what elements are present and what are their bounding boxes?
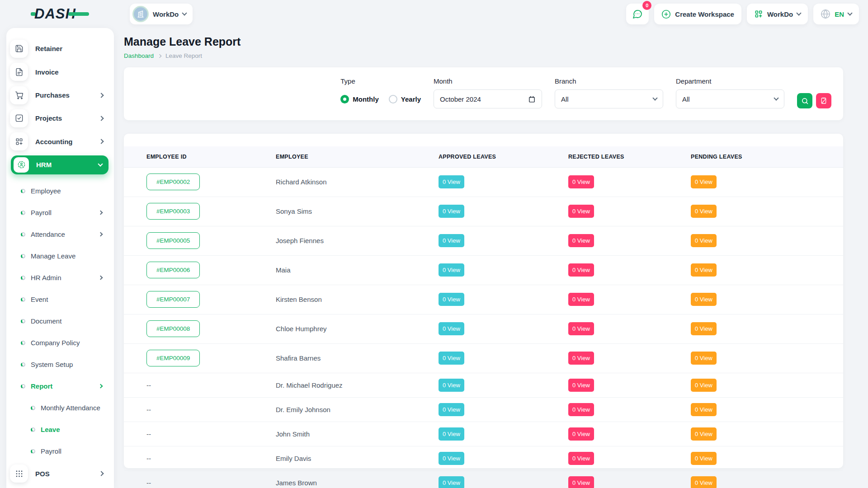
rejected-leaves-badge[interactable]: 0 View	[568, 403, 594, 416]
submenu-bullet-icon	[21, 384, 25, 389]
rejected-leaves-badge[interactable]: 0 View	[568, 293, 594, 306]
sidebar-subitem-company-policy[interactable]: Company Policy	[10, 332, 109, 354]
employee-id-cell: --	[124, 446, 271, 470]
sidebar-subitem-label: HR Admin	[31, 274, 61, 282]
approved-leaves-badge[interactable]: 0 View	[439, 234, 464, 247]
employee-id-badge[interactable]: #EMP00002	[146, 174, 200, 190]
rejected-leaves-badge[interactable]: 0 View	[568, 452, 594, 465]
sidebar-item-invoice[interactable]: Invoice	[10, 60, 109, 83]
department-select[interactable]: All	[676, 89, 784, 108]
rejected-leaves-badge[interactable]: 0 View	[568, 352, 594, 365]
pending-leaves-badge[interactable]: 0 View	[691, 293, 717, 306]
messages-button[interactable]: 0	[626, 4, 649, 24]
sidebar-subitem-leave[interactable]: Leave	[10, 419, 109, 441]
pending-leaves-badge[interactable]: 0 View	[691, 322, 717, 335]
employee-id-cell: #EMP00009	[124, 343, 271, 373]
rejected-leaves-badge[interactable]: 0 View	[568, 427, 594, 441]
approved-leaves-badge[interactable]: 0 View	[439, 452, 464, 465]
rejected-leaves-badge[interactable]: 0 View	[568, 175, 594, 188]
approved-leaves-badge[interactable]: 0 View	[439, 322, 464, 335]
approved-leaves-badge[interactable]: 0 View	[439, 476, 464, 488]
sidebar-subitem-payroll[interactable]: Payroll	[10, 202, 109, 224]
table-row: #EMP00002 Richard Atkinson 0 View 0 View…	[124, 167, 843, 197]
pending-leaves-badge[interactable]: 0 View	[691, 452, 717, 465]
approved-leaves-badge[interactable]: 0 View	[439, 205, 464, 218]
workdo-menu-button[interactable]: WorkDo	[747, 4, 808, 24]
pending-leaves-badge[interactable]: 0 View	[691, 476, 717, 488]
search-button[interactable]	[797, 93, 812, 108]
pending-leaves-badge[interactable]: 0 View	[691, 175, 717, 188]
pending-leaves-badge[interactable]: 0 View	[691, 234, 717, 247]
employee-id-badge[interactable]: #EMP00009	[146, 350, 200, 366]
pending-leaves-badge[interactable]: 0 View	[691, 205, 717, 218]
sidebar-item-projects[interactable]: Projects	[10, 107, 109, 130]
sidebar-subitem-event[interactable]: Event	[10, 289, 109, 310]
topbar-actions: 0 Create Workspace WorkDo EN	[626, 4, 868, 24]
sidebar-subitem-hr-admin[interactable]: HR Admin	[10, 267, 109, 289]
sidebar-subitem-employee[interactable]: Employee	[10, 180, 109, 202]
sidebar-subitem-manage-leave[interactable]: Manage Leave	[10, 245, 109, 267]
sidebar-subitem-report[interactable]: Report	[10, 375, 109, 397]
pending-leaves-badge[interactable]: 0 View	[691, 379, 717, 392]
approved-leaves-badge[interactable]: 0 View	[439, 427, 464, 441]
sidebar-item-accounting[interactable]: Accounting	[10, 130, 109, 153]
employee-id-badge[interactable]: #EMP00005	[146, 232, 200, 249]
rejected-leaves-badge[interactable]: 0 View	[568, 263, 594, 277]
approved-leaves-badge[interactable]: 0 View	[439, 403, 464, 416]
submenu-bullet-icon	[21, 297, 25, 302]
chevron-right-icon	[99, 116, 104, 121]
breadcrumb-dashboard-link[interactable]: Dashboard	[124, 52, 154, 59]
app-logo[interactable]: DASH	[31, 6, 89, 22]
rejected-leaves-badge[interactable]: 0 View	[568, 379, 594, 392]
workspace-selector[interactable]: WorkDo	[130, 4, 193, 24]
leave-table-body: #EMP00002 Richard Atkinson 0 View 0 View…	[124, 167, 843, 488]
pending-leaves-badge[interactable]: 0 View	[691, 427, 717, 441]
workspace-name: WorkDo	[153, 10, 179, 18]
rejected-leaves-badge[interactable]: 0 View	[568, 322, 594, 335]
monthly-radio-label: Monthly	[353, 95, 379, 103]
create-workspace-button[interactable]: Create Workspace	[654, 4, 741, 24]
employee-name: Shafira Barnes	[276, 354, 321, 362]
language-selector[interactable]: EN	[813, 4, 859, 24]
pending-leaves-badge[interactable]: 0 View	[691, 352, 717, 365]
sidebar-subitem-document[interactable]: Document	[10, 310, 109, 332]
employee-name: Dr. Michael Rodriguez	[276, 381, 343, 389]
monthly-radio[interactable]: Monthly	[340, 95, 379, 103]
rejected-leaves-badge[interactable]: 0 View	[568, 234, 594, 247]
pending-leaves-badge[interactable]: 0 View	[691, 263, 717, 277]
employee-id-badge[interactable]: #EMP00003	[146, 203, 200, 220]
rejected-leaves-badge[interactable]: 0 View	[568, 476, 594, 488]
branch-filter-group: Branch All	[555, 77, 663, 108]
approved-leaves-badge[interactable]: 0 View	[439, 175, 464, 188]
employee-id-badge[interactable]: #EMP00006	[146, 262, 200, 278]
reset-filter-button[interactable]	[816, 93, 831, 108]
branch-label: Branch	[555, 77, 663, 85]
sidebar-item-purchases[interactable]: Purchases	[10, 84, 109, 107]
approved-leaves-badge[interactable]: 0 View	[439, 352, 464, 365]
grid-plus-icon	[754, 9, 763, 19]
sidebar-item-hrm[interactable]: HRM	[11, 155, 108, 174]
yearly-radio[interactable]: Yearly	[389, 95, 421, 103]
sidebar-subitem-label: Leave	[41, 426, 60, 433]
approved-leaves-badge[interactable]: 0 View	[439, 293, 464, 306]
submenu-bullet-icon	[31, 406, 35, 410]
breadcrumb-current: Leave Report	[165, 52, 202, 59]
employee-id-badge[interactable]: #EMP00007	[146, 291, 200, 308]
month-input[interactable]: October 2024	[434, 89, 542, 108]
rejected-leaves-badge[interactable]: 0 View	[568, 205, 594, 218]
approved-leaves-badge[interactable]: 0 View	[439, 379, 464, 392]
employee-id-badge[interactable]: #EMP00008	[146, 320, 200, 337]
check-square-icon	[10, 109, 28, 127]
sidebar-subitem-attendance[interactable]: Attendance	[10, 224, 109, 245]
sidebar-subitem-system-setup[interactable]: System Setup	[10, 354, 109, 375]
sidebar-subitem-payroll[interactable]: Payroll	[10, 441, 109, 462]
sidebar-item-label: Invoice	[35, 68, 59, 76]
sidebar-item-pos[interactable]: POS	[10, 462, 109, 485]
sidebar-subitem-monthly-attendance[interactable]: Monthly Attendance	[10, 397, 109, 419]
sidebar-item-label: Projects	[35, 114, 62, 122]
search-icon	[801, 97, 809, 105]
pending-leaves-badge[interactable]: 0 View	[691, 403, 717, 416]
sidebar-item-retainer[interactable]: Retainer	[10, 37, 109, 60]
branch-select[interactable]: All	[555, 89, 663, 108]
approved-leaves-badge[interactable]: 0 View	[439, 263, 464, 277]
